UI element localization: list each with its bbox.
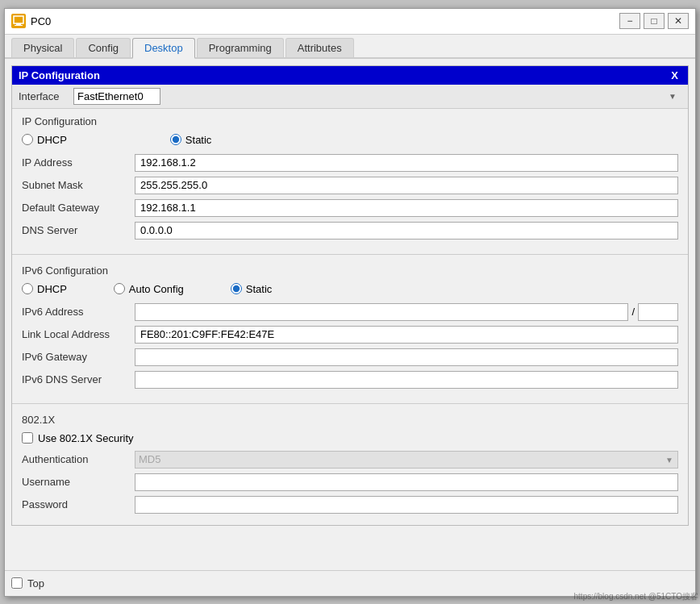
dns-server-label: DNS Server [22, 224, 135, 236]
username-row: Username [22, 473, 678, 491]
ipv6-dns-row: IPv6 DNS Server [22, 371, 678, 389]
app-icon [11, 14, 26, 28]
auth-select[interactable]: MD5 [135, 451, 678, 469]
password-label: Password [22, 498, 135, 510]
maximize-button[interactable]: □ [644, 13, 665, 29]
dot1x-section: 802.1X Use 802.1X Security Authenticatio… [12, 407, 688, 525]
bottom-bar: Top [5, 570, 695, 596]
link-local-input[interactable] [135, 326, 678, 344]
ipv6-static-radio[interactable] [231, 283, 242, 294]
section-divider-1 [12, 254, 688, 255]
subnet-mask-input[interactable] [135, 177, 678, 194]
window-title: PC0 [31, 15, 619, 27]
ipv6-gateway-input[interactable] [135, 348, 678, 366]
ipv6-address-input[interactable] [135, 303, 628, 321]
panel-title: IP Configuration [19, 69, 100, 81]
ipv6-slash: / [628, 306, 638, 318]
ipv4-section: IP Configuration DHCP Static IP Address [12, 109, 688, 251]
ipv4-dhcp-label: DHCP [37, 134, 67, 146]
ipv6-dns-label: IPv6 DNS Server [22, 373, 135, 385]
link-local-row: Link Local Address [22, 326, 678, 344]
ipv6-static-option[interactable]: Static [231, 283, 273, 295]
ipv6-prefix-input[interactable] [638, 303, 678, 321]
subnet-mask-row: Subnet Mask [22, 177, 678, 194]
ipv4-static-option[interactable]: Static [170, 134, 212, 146]
ip-address-row: IP Address [22, 154, 678, 172]
username-input[interactable] [135, 473, 678, 491]
panel-close-button[interactable]: X [668, 69, 681, 81]
interface-select[interactable]: FastEthernet0 [73, 88, 160, 105]
interface-row: Interface FastEthernet0 [12, 85, 688, 109]
auth-label: Authentication [22, 453, 135, 465]
password-input[interactable] [135, 496, 678, 514]
panel-header: IP Configuration X [12, 66, 688, 85]
top-label: Top [27, 577, 44, 589]
tab-bar: Physical Config Desktop Programming Attr… [5, 35, 695, 59]
ipv6-section-title: IPv6 Configuration [22, 265, 678, 277]
ipv6-dns-input[interactable] [135, 371, 678, 389]
dot1x-checkbox-label: Use 802.1X Security [38, 432, 134, 444]
svg-rect-1 [16, 23, 21, 25]
interface-label: Interface [19, 90, 67, 102]
ipv6-gateway-row: IPv6 Gateway [22, 348, 678, 366]
interface-select-wrapper: FastEthernet0 [73, 88, 681, 105]
ipv6-gateway-label: IPv6 Gateway [22, 351, 135, 363]
subnet-mask-label: Subnet Mask [22, 179, 135, 191]
ipv6-dhcp-option[interactable]: DHCP [22, 283, 67, 295]
ipv6-radio-row: DHCP Auto Config Static [22, 283, 678, 295]
ipv4-radio-row: DHCP Static [22, 134, 678, 146]
svg-rect-2 [15, 25, 23, 26]
auth-select-wrapper: MD5 [135, 451, 678, 469]
tab-desktop[interactable]: Desktop [132, 38, 195, 59]
ipv6-static-label: Static [246, 283, 273, 295]
link-local-label: Link Local Address [22, 328, 135, 340]
dns-server-input[interactable] [135, 222, 678, 240]
ipv4-dhcp-radio[interactable] [22, 134, 33, 145]
title-bar: PC0 − □ ✕ [5, 9, 695, 35]
ip-address-input[interactable] [135, 154, 678, 172]
content-area: IP Configuration X Interface FastEtherne… [5, 59, 695, 570]
ipv6-dhcp-label: DHCP [37, 283, 67, 295]
default-gateway-label: Default Gateway [22, 202, 135, 214]
ipv6-dhcp-radio[interactable] [22, 283, 33, 294]
svg-rect-0 [14, 16, 23, 23]
window-controls: − □ ✕ [619, 13, 689, 29]
default-gateway-input[interactable] [135, 199, 678, 217]
tab-programming[interactable]: Programming [197, 38, 284, 57]
ip-config-panel: IP Configuration X Interface FastEtherne… [11, 65, 689, 526]
tab-config[interactable]: Config [76, 38, 131, 57]
dns-server-row: DNS Server [22, 222, 678, 240]
ipv6-autoconfig-label: Auto Config [129, 283, 184, 295]
dot1x-section-title: 802.1X [22, 414, 678, 426]
tab-physical[interactable]: Physical [11, 38, 74, 57]
ipv6-autoconfig-radio[interactable] [114, 283, 125, 294]
section-divider-2 [12, 403, 688, 404]
minimize-button[interactable]: − [619, 13, 640, 29]
close-button[interactable]: ✕ [668, 13, 689, 29]
ipv4-section-title: IP Configuration [22, 115, 678, 127]
ipv4-dhcp-option[interactable]: DHCP [22, 134, 67, 146]
ipv6-address-label: IPv6 Address [22, 306, 135, 318]
default-gateway-row: Default Gateway [22, 199, 678, 217]
ipv6-address-row: IPv6 Address / [22, 303, 678, 321]
ip-address-label: IP Address [22, 156, 135, 169]
ipv6-section: IPv6 Configuration DHCP Auto Config Stat… [12, 258, 688, 400]
auth-row: Authentication MD5 [22, 451, 678, 469]
password-row: Password [22, 496, 678, 514]
username-label: Username [22, 476, 135, 488]
dot1x-checkbox-row[interactable]: Use 802.1X Security [22, 432, 678, 444]
ipv4-static-label: Static [185, 134, 212, 146]
ipv6-autoconfig-option[interactable]: Auto Config [114, 283, 184, 295]
main-window: PC0 − □ ✕ Physical Config Desktop Progra… [4, 8, 696, 597]
top-checkbox[interactable] [11, 577, 23, 589]
tab-attributes[interactable]: Attributes [285, 38, 354, 57]
ipv4-static-radio[interactable] [170, 134, 181, 145]
dot1x-checkbox[interactable] [22, 432, 33, 444]
